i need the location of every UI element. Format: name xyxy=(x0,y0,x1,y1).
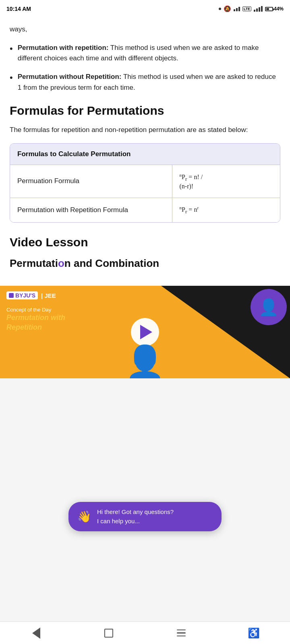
table-cell-formula-2: nPr = nr xyxy=(172,198,280,222)
person-icon: 👤 xyxy=(259,298,279,317)
section-title: Formulas for Permutations xyxy=(10,103,280,118)
presenter-icon: 👤 xyxy=(125,346,165,378)
bullet-text-2: Permutation without Repetition: This met… xyxy=(18,72,280,93)
battery-percent: 44% xyxy=(274,6,284,12)
wave-icon: 👋 xyxy=(77,510,91,523)
table-cell-formula-1: nPr = n! /(n-r)! xyxy=(172,165,280,198)
formula-table-wrapper: Formulas to Calculate Permutation Permua… xyxy=(10,143,280,223)
dot-indicator xyxy=(219,8,221,10)
table-row: Permutation with Repetition Formula nPr … xyxy=(10,198,280,222)
concept-title: Permutation withRepetition xyxy=(6,313,65,332)
menu-line-3 xyxy=(177,636,186,637)
table-header: Formulas to Calculate Permutation xyxy=(10,144,280,165)
menu-button[interactable] xyxy=(169,624,193,642)
mute-icon: 🔕 xyxy=(224,5,231,12)
byju-brand: BYJU'S xyxy=(15,292,35,299)
formula-table: Formulas to Calculate Permutation Permua… xyxy=(10,144,280,222)
status-time: 10:14 AM xyxy=(6,6,31,12)
back-button[interactable] xyxy=(24,624,48,642)
presenter-area: 👤 xyxy=(87,286,203,378)
chat-bubble[interactable]: 👋 Hi there! Got any questions? I can hel… xyxy=(68,502,222,531)
status-bar: 10:14 AM 🔕 LTE 44% xyxy=(0,0,290,18)
video-thumbnail: BYJU'S | JEE Concept of the Day Permutat… xyxy=(0,286,290,378)
bullet-text-1: Permutation with repetition: This method… xyxy=(18,43,280,64)
person-avatar: 👤 xyxy=(251,289,287,325)
bullet-bold-1: Permutation with repetition: xyxy=(18,44,109,52)
byju-jee-label: | JEE xyxy=(41,292,56,299)
byju-logo: BYJU'S xyxy=(6,291,38,299)
bullet-bold-2: Permutation without Repetition: xyxy=(18,73,122,80)
battery: 44% xyxy=(265,6,284,12)
status-icons: 🔕 LTE 44% xyxy=(219,5,284,12)
table-cell-label-2: Permutation with Repetition Formula xyxy=(10,198,172,222)
table-cell-label-1: Permuation Formula xyxy=(10,165,172,198)
video-player[interactable]: BYJU'S | JEE Concept of the Day Permutat… xyxy=(0,286,290,378)
home-button[interactable] xyxy=(97,624,121,642)
chat-line-1: Hi there! Got any questions? xyxy=(97,508,174,515)
list-item: Permutation with repetition: This method… xyxy=(10,43,280,64)
home-icon xyxy=(104,629,113,638)
back-icon xyxy=(32,627,40,639)
menu-line-1 xyxy=(177,630,186,631)
list-item: Permutation without Repetition: This met… xyxy=(10,72,280,93)
concept-day-label: Concept of the Day xyxy=(6,307,51,313)
navigation-bar: ♿ xyxy=(0,621,290,644)
concept-of-day: Concept of the Day xyxy=(6,307,51,313)
table-row: Permuation Formula nPr = n! /(n-r)! xyxy=(10,165,280,198)
menu-icon xyxy=(177,630,186,637)
byju-logo-square xyxy=(9,293,14,298)
video-subtitle: Permutation and Combination xyxy=(10,257,280,273)
bullet-list: Permutation with repetition: This method… xyxy=(10,43,280,93)
video-section: Video Lesson Permutation and Combination xyxy=(10,235,280,279)
signal-bars xyxy=(234,7,240,11)
signal-bars-2 xyxy=(254,6,263,12)
main-content: ways, Permutation with repetition: This … xyxy=(0,18,290,286)
accessibility-button[interactable]: ♿ xyxy=(242,624,266,642)
menu-line-2 xyxy=(177,632,186,634)
chat-line-2: I can help you... xyxy=(97,518,140,524)
intro-text: ways, xyxy=(10,24,280,35)
byju-logo-bar: BYJU'S | JEE xyxy=(6,291,56,299)
intro-paragraph: The formulas for repetition and non-repe… xyxy=(10,125,280,135)
video-title: Video Lesson xyxy=(10,235,280,249)
chat-message: Hi there! Got any questions? I can help … xyxy=(97,508,174,526)
lte-badge: LTE xyxy=(242,6,251,11)
formula-math-2: nPr = nr xyxy=(180,206,199,213)
accessibility-icon: ♿ xyxy=(248,627,260,639)
formula-math-1: nPr = n! /(n-r)! xyxy=(180,173,203,190)
